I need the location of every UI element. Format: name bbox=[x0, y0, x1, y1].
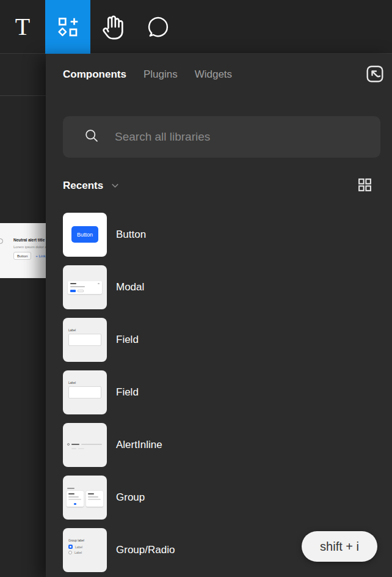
search-icon bbox=[75, 128, 105, 147]
thumb-button-preview: Button bbox=[71, 226, 98, 243]
arrow-up-left-icon bbox=[364, 63, 386, 87]
thumb-radio-group-label: Group label bbox=[68, 538, 84, 542]
radio-unselected-icon bbox=[68, 551, 72, 554]
thumb-field-label: Label bbox=[68, 328, 76, 332]
thumb-modal-preview bbox=[68, 281, 102, 294]
component-label: AlertInline bbox=[116, 439, 162, 451]
component-item-button[interactable]: Button Button bbox=[63, 213, 392, 257]
alert-actions: Button + Link text bbox=[13, 252, 46, 260]
toolbar: T bbox=[0, 0, 392, 54]
chevron-down-icon bbox=[103, 178, 120, 193]
components-panel: Components Plugins Widgets bbox=[46, 54, 392, 577]
component-item-modal[interactable]: Modal bbox=[63, 265, 392, 309]
assets-icon bbox=[55, 14, 81, 40]
component-label: Field bbox=[116, 334, 139, 346]
text-tool-button[interactable]: T bbox=[0, 0, 45, 54]
component-thumbnail-alertinline bbox=[63, 423, 107, 467]
hand-tool-button[interactable] bbox=[90, 0, 136, 54]
thumb-field-input bbox=[68, 334, 101, 346]
component-label: Modal bbox=[116, 281, 144, 293]
hand-icon bbox=[99, 13, 127, 41]
component-label: Group bbox=[116, 491, 145, 504]
component-thumbnail-modal bbox=[63, 265, 107, 309]
grid-view-button[interactable] bbox=[357, 177, 372, 194]
panel-tabs: Components Plugins Widgets bbox=[46, 54, 392, 95]
recents-title: Recents bbox=[63, 180, 103, 192]
assets-tool-button[interactable] bbox=[45, 0, 90, 54]
alert-link: + Link text bbox=[35, 254, 46, 258]
alert-title: Neutral alert title bbox=[13, 238, 45, 242]
tab-plugins[interactable]: Plugins bbox=[143, 68, 178, 81]
component-label: Group/Radio bbox=[116, 544, 175, 556]
comment-bubble-icon bbox=[145, 14, 171, 40]
canvas-alert-fragment: Neutral alert title Lorem ipsum dolor am… bbox=[0, 223, 46, 278]
recents-toggle[interactable]: Recents bbox=[63, 178, 120, 193]
shortcut-hint-badge: shift + i bbox=[302, 531, 377, 562]
component-item-alertinline[interactable]: AlertInline bbox=[63, 423, 392, 467]
tab-components[interactable]: Components bbox=[63, 68, 126, 81]
thumb-field-label: Label bbox=[68, 381, 76, 384]
tab-widgets[interactable]: Widgets bbox=[195, 68, 232, 81]
recents-section-header: Recents bbox=[63, 175, 372, 197]
canvas-guide-line bbox=[0, 95, 46, 96]
component-item-field[interactable]: Label Field bbox=[63, 370, 392, 414]
radio-selected-icon bbox=[68, 545, 73, 549]
component-label: Button bbox=[116, 229, 146, 241]
canvas-strip: Neutral alert title Lorem ipsum dolor am… bbox=[0, 54, 46, 577]
text-tool-icon: T bbox=[15, 15, 30, 39]
popout-panel-button[interactable] bbox=[364, 64, 386, 86]
alert-info-icon bbox=[0, 238, 3, 244]
component-item-field[interactable]: Label Field bbox=[63, 318, 392, 362]
search-bar[interactable] bbox=[63, 116, 380, 158]
grid-view-icon bbox=[357, 177, 372, 194]
component-thumbnail-field: Label bbox=[63, 318, 107, 362]
alert-body: Lorem ipsum dolor amet consec bbox=[13, 245, 46, 249]
component-label: Field bbox=[116, 386, 139, 399]
comment-tool-button[interactable] bbox=[136, 0, 181, 54]
component-thumbnail-button: Button bbox=[63, 213, 107, 257]
component-item-group[interactable]: Group bbox=[63, 476, 392, 520]
search-input[interactable] bbox=[115, 130, 368, 144]
thumb-field-input bbox=[68, 386, 101, 399]
component-thumbnail-group bbox=[63, 476, 107, 520]
component-thumbnail-field: Label bbox=[63, 370, 107, 414]
component-thumbnail-group-radio: Group label Label Label bbox=[63, 528, 107, 572]
figma-app-window: T bbox=[0, 0, 392, 577]
alert-button: Button bbox=[13, 252, 31, 260]
components-list: Button Button Modal Label Field bbox=[63, 213, 392, 577]
